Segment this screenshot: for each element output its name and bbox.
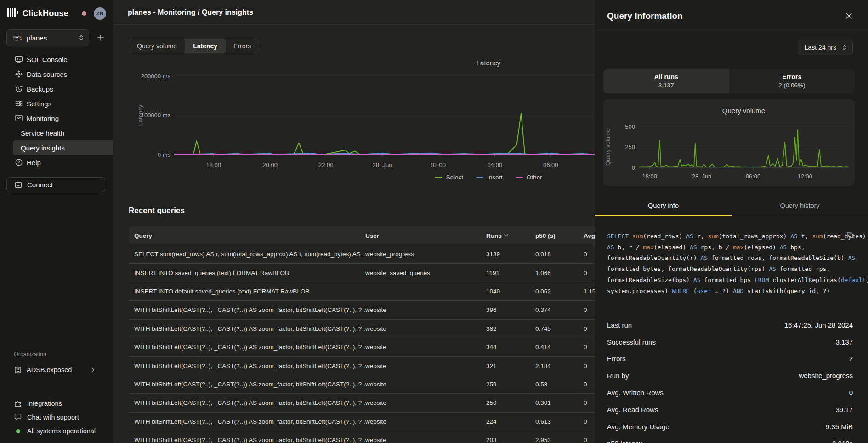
- cell-r: 224: [486, 418, 535, 425]
- stat-label: Run by: [607, 372, 629, 380]
- x-tick-label: 06:00: [746, 173, 761, 180]
- service-selector[interactable]: aws planes: [6, 29, 89, 46]
- organization-section-label: Organization: [14, 351, 46, 357]
- x-tick-label: 12:00: [798, 173, 813, 180]
- cell-p: 2.184: [535, 362, 584, 369]
- panel-header: Query information: [595, 0, 868, 32]
- sidebar-footer: IntegrationsChat with supportAll systems…: [0, 397, 113, 438]
- summary-tab-group: All runs3,137Errors2 (0.06%): [603, 69, 855, 93]
- chart-title: Query volume: [722, 107, 765, 115]
- stat-label: Errors: [607, 355, 626, 362]
- stat-row-last-run: Last run16:47:25, Jun 28 2024: [607, 316, 853, 334]
- sidebar-item-sql-console[interactable]: SQL Console: [13, 52, 113, 67]
- status-dot-icon: [14, 429, 22, 433]
- summary-tab-all-runs[interactable]: All runs3,137: [603, 69, 729, 93]
- cell-p: 1.066: [535, 270, 584, 276]
- chat-icon: [14, 413, 22, 421]
- stat-value: 0.018s: [832, 439, 853, 443]
- sidebar-item-label: Monitoring: [27, 115, 59, 122]
- legend-swatch: [516, 177, 523, 178]
- legend-item-select[interactable]: Select: [435, 174, 463, 181]
- stat-value: 2: [849, 355, 853, 362]
- stat-label: Avg. Memory Usage: [607, 423, 669, 431]
- stat-label: p50 latency: [607, 439, 642, 443]
- query-information-panel: Query information Last 24 hrs All runs3,…: [595, 0, 868, 443]
- chevron-right-icon: [91, 367, 96, 373]
- footer-item-chat-with-support[interactable]: Chat with support: [0, 410, 113, 424]
- cell-q: WITH bitShiftLeft(CAST(?..), _CAST(?..))…: [129, 325, 365, 332]
- cell-q: INSERT INTO default.saved_queries (text)…: [129, 288, 365, 295]
- sidebar-item-label: Backups: [27, 85, 53, 93]
- sidebar-item-label: Query insights: [21, 144, 65, 152]
- sidebar-item-data-sources[interactable]: Data sources: [13, 67, 113, 81]
- cell-q: WITH bitShiftLeft(CAST(?..), _CAST(?..))…: [129, 418, 365, 425]
- footer-item-integrations[interactable]: Integrations: [0, 397, 113, 410]
- connect-label: Connect: [27, 181, 53, 189]
- stat-label: Last run: [607, 321, 632, 329]
- stat-value: 3,137: [835, 338, 853, 346]
- summary-tab-value: 2 (0.06%): [729, 82, 855, 89]
- avatar[interactable]: ZN: [94, 7, 106, 20]
- footer-item-all-systems-operational[interactable]: All systems operational: [0, 424, 113, 438]
- copy-icon[interactable]: [846, 231, 854, 239]
- column-header-query[interactable]: Query: [129, 232, 365, 239]
- cell-u: website: [365, 381, 486, 388]
- clickhouse-logo-icon[interactable]: [6, 6, 19, 21]
- x-tick-label: 22:00: [318, 161, 334, 168]
- x-tick-label: 28. Jun: [692, 173, 712, 180]
- sort-chevron-down-icon: [504, 234, 508, 237]
- legend-label: Other: [527, 174, 542, 181]
- y-tick-label: 0: [632, 164, 635, 171]
- chart-title: Latency: [477, 59, 501, 67]
- time-range-value: Last 24 hrs: [805, 44, 836, 51]
- cell-r: 382: [486, 325, 535, 332]
- panel-title: Query information: [607, 11, 683, 21]
- tab-errors[interactable]: Errors: [226, 39, 259, 53]
- close-panel-button[interactable]: [844, 11, 854, 21]
- sidebar-item-help[interactable]: Help: [13, 155, 113, 170]
- legend-item-other[interactable]: Other: [516, 174, 542, 181]
- stat-row-errors: Errors2: [607, 351, 853, 368]
- panel-tab-query-history[interactable]: Query history: [732, 201, 868, 216]
- tab-query-volume[interactable]: Query volume: [129, 39, 185, 53]
- cell-r: 321: [486, 362, 535, 369]
- brand-name: ClickHouse: [23, 9, 68, 18]
- sidebar-item-backups[interactable]: Backups: [13, 81, 113, 96]
- cell-p: 0.613: [535, 418, 584, 425]
- stat-label: Avg. Written Rows: [607, 389, 664, 397]
- sidebar-item-label: Service health: [21, 129, 64, 137]
- column-header-user[interactable]: User: [365, 232, 486, 239]
- stat-value: 39.17: [835, 406, 853, 414]
- cell-p: 0.58: [535, 381, 584, 388]
- sidebar-item-label: Help: [27, 159, 41, 167]
- organization-switcher[interactable]: ADSB.exposed: [0, 363, 113, 377]
- y-tick-label: 500: [625, 123, 635, 130]
- cell-q: WITH bitShiftLeft(CAST(?..), _CAST(?..))…: [129, 437, 365, 443]
- cell-p: 0.374: [535, 306, 584, 313]
- stat-row-avg-written-rows: Avg. Written Rows0: [607, 384, 853, 401]
- sidebar-item-monitoring[interactable]: Monitoring: [13, 111, 113, 126]
- cell-q: WITH bitShiftLeft(CAST(?..), _CAST(?..))…: [129, 399, 365, 406]
- footer-item-label: Integrations: [27, 400, 62, 407]
- stat-value: 0: [849, 389, 853, 397]
- connect-icon: [14, 181, 23, 189]
- time-range-select[interactable]: Last 24 hrs: [798, 40, 853, 55]
- summary-tab-errors[interactable]: Errors2 (0.06%): [729, 69, 855, 93]
- tab-latency[interactable]: Latency: [185, 39, 226, 53]
- column-header-p50-s[interactable]: p50 (s): [535, 232, 584, 239]
- connect-button[interactable]: Connect: [6, 177, 105, 192]
- sidebar-item-settings[interactable]: Settings: [13, 96, 113, 111]
- column-header-runs[interactable]: Runs: [486, 232, 535, 239]
- stat-row-p50-latency: p50 latency0.018s: [607, 435, 853, 443]
- legend-swatch: [476, 177, 483, 178]
- brand-row: ClickHouse ZN: [6, 6, 106, 20]
- organization-icon: [14, 366, 22, 374]
- sidebar-item-service-health[interactable]: Service health: [13, 126, 113, 140]
- notification-dot[interactable]: [82, 11, 86, 16]
- panel-tab-query-info[interactable]: Query info: [595, 201, 732, 216]
- add-service-button[interactable]: [94, 31, 108, 45]
- x-tick-label: 02:00: [431, 161, 446, 168]
- sidebar-item-query-insights[interactable]: Query insights: [13, 140, 113, 155]
- stat-row-avg-memory-usage: Avg. Memory Usage9.35 MiB: [607, 418, 853, 435]
- legend-item-insert[interactable]: Insert: [476, 174, 503, 181]
